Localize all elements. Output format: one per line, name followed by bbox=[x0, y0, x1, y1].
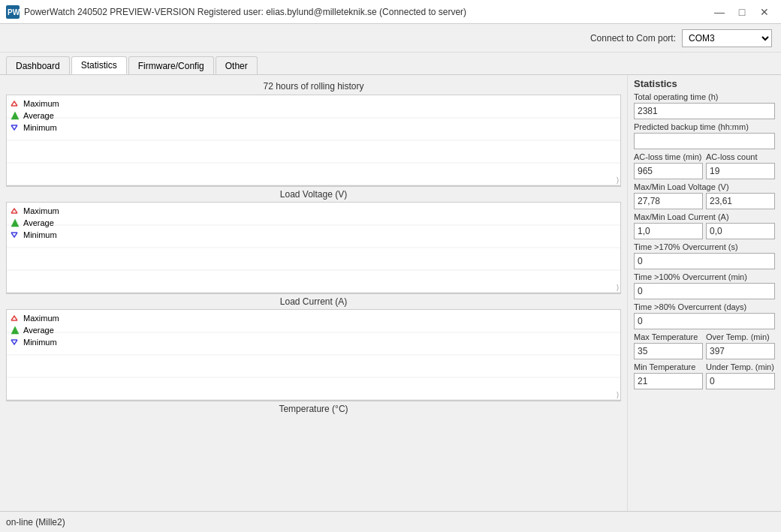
chart2-body: Maximum Average bbox=[7, 203, 620, 293]
legend2-avg: Average bbox=[10, 218, 59, 228]
main-content: 72 hours of rolling history Maximum bbox=[0, 75, 781, 511]
connect-row: Connect to Com port: COM3 COM1 COM2 COM4 bbox=[0, 24, 781, 53]
tab-dashboard[interactable]: Dashboard bbox=[6, 56, 70, 74]
avg2-icon bbox=[10, 218, 20, 228]
window-title: PowerWatch 240502 PREVIEW-VERSION Regist… bbox=[24, 7, 466, 17]
max-temp-label: Max Temperature bbox=[634, 332, 703, 341]
chart2-svg bbox=[7, 203, 620, 293]
total-op-input[interactable] bbox=[634, 103, 775, 119]
chart2-container: Maximum Average bbox=[6, 202, 621, 309]
min-temp-label: Min Temperature bbox=[634, 362, 703, 371]
min-temp-input[interactable] bbox=[634, 373, 703, 389]
tab-other[interactable]: Other bbox=[216, 56, 258, 74]
legend2-max: Maximum bbox=[10, 206, 59, 216]
svg-marker-3 bbox=[11, 112, 19, 119]
predicted-backup-label: Predicted backup time (hh:mm) bbox=[634, 122, 775, 131]
max-current-input[interactable] bbox=[634, 223, 703, 239]
status-text: on-line (Mille2) bbox=[6, 517, 65, 527]
over100-input[interactable] bbox=[634, 283, 775, 299]
chart1-container: Maximum Average bbox=[6, 95, 621, 202]
chart2-ytick: ) bbox=[617, 284, 619, 291]
window-controls: — □ ✕ bbox=[709, 4, 775, 20]
over170-input[interactable] bbox=[634, 253, 775, 269]
statistics-panel: Statistics Total operating time (h) Pred… bbox=[627, 75, 781, 511]
chart3-label: Temperature (°C) bbox=[6, 401, 621, 416]
app-icon: PW bbox=[6, 5, 20, 19]
min2-icon bbox=[10, 230, 20, 240]
over80-input[interactable] bbox=[634, 313, 775, 329]
statusbar: on-line (Mille2) bbox=[0, 511, 781, 532]
over100-label: Time >100% Overcurrent (min) bbox=[634, 272, 775, 281]
svg-marker-17 bbox=[11, 326, 19, 334]
charts-area: 72 hours of rolling history Maximum bbox=[0, 75, 627, 511]
chart1: Maximum Average bbox=[6, 95, 621, 186]
chart2-legend: Maximum Average bbox=[10, 206, 59, 240]
tab-firmware-config[interactable]: Firmware/Config bbox=[128, 56, 214, 74]
max-voltage-input[interactable] bbox=[634, 193, 703, 209]
close-button[interactable]: ✕ bbox=[754, 4, 775, 20]
titlebar: PW PowerWatch 240502 PREVIEW-VERSION Reg… bbox=[0, 0, 781, 24]
max-temp-input[interactable] bbox=[634, 343, 703, 359]
over-temp-input[interactable] bbox=[706, 343, 775, 359]
chart3: Maximum Average bbox=[6, 309, 621, 401]
statistics-title: Statistics bbox=[634, 78, 775, 89]
max-min-current-label: Max/Min Load Current (A) bbox=[634, 212, 775, 221]
chart3-legend: Maximum Average bbox=[10, 313, 59, 347]
tabs-bar: Dashboard Statistics Firmware/Config Oth… bbox=[0, 53, 781, 75]
chart1-svg bbox=[7, 95, 620, 185]
over80-label: Time >80% Overcurrent (days) bbox=[634, 302, 775, 311]
chart2-label: Load Current (A) bbox=[6, 293, 621, 309]
legend-min: Minimum bbox=[10, 122, 59, 133]
over170-label: Time >170% Overcurrent (s) bbox=[634, 242, 775, 251]
chart3-container: Maximum Average bbox=[6, 309, 621, 416]
min-current-input[interactable] bbox=[706, 223, 775, 239]
chart1-ytick: ) bbox=[617, 176, 619, 184]
svg-marker-10 bbox=[11, 219, 19, 227]
connect-label: Connect to Com port: bbox=[590, 33, 676, 44]
min-icon bbox=[10, 122, 20, 133]
under-temp-input[interactable] bbox=[706, 373, 775, 389]
com-port-select[interactable]: COM3 COM1 COM2 COM4 bbox=[682, 29, 772, 47]
rolling-history-label: 72 hours of rolling history bbox=[6, 78, 621, 95]
avg-icon bbox=[10, 110, 20, 121]
max2-icon bbox=[10, 206, 20, 216]
max-icon bbox=[10, 98, 20, 109]
legend-max: Maximum bbox=[10, 98, 59, 109]
ac-loss-time-input[interactable] bbox=[634, 163, 703, 179]
total-op-label: Total operating time (h) bbox=[634, 92, 775, 101]
min-voltage-input[interactable] bbox=[706, 193, 775, 209]
chart3-body: Maximum Average bbox=[7, 310, 620, 400]
predicted-backup-input[interactable] bbox=[634, 133, 775, 149]
legend2-min: Minimum bbox=[10, 230, 59, 240]
max3-icon bbox=[10, 313, 20, 323]
under-temp-label: Under Temp. (min) bbox=[706, 362, 775, 371]
chart1-label: Load Voltage (V) bbox=[6, 186, 621, 202]
legend3-avg: Average bbox=[10, 325, 59, 335]
titlebar-left: PW PowerWatch 240502 PREVIEW-VERSION Reg… bbox=[6, 5, 466, 19]
ac-loss-time-label: AC-loss time (min) bbox=[634, 152, 703, 161]
legend3-max: Maximum bbox=[10, 313, 59, 323]
maximize-button[interactable]: □ bbox=[731, 4, 752, 20]
over-temp-label: Over Temp. (min) bbox=[706, 332, 775, 341]
minimize-button[interactable]: — bbox=[709, 4, 730, 20]
svg-text:PW: PW bbox=[8, 8, 20, 17]
avg3-icon bbox=[10, 325, 20, 335]
ac-loss-count-input[interactable] bbox=[706, 163, 775, 179]
max-min-voltage-label: Max/Min Load Voltage (V) bbox=[634, 182, 775, 191]
chart2: Maximum Average bbox=[6, 202, 621, 293]
ac-loss-count-label: AC-loss count bbox=[706, 152, 775, 161]
min3-icon bbox=[10, 337, 20, 347]
chart1-legend: Maximum Average bbox=[10, 98, 59, 133]
chart3-svg bbox=[7, 310, 620, 400]
chart3-ytick: ) bbox=[617, 391, 619, 398]
legend-avg: Average bbox=[10, 110, 59, 121]
legend3-min: Minimum bbox=[10, 337, 59, 347]
chart1-body: Maximum Average bbox=[7, 95, 620, 185]
tab-statistics[interactable]: Statistics bbox=[71, 56, 127, 74]
